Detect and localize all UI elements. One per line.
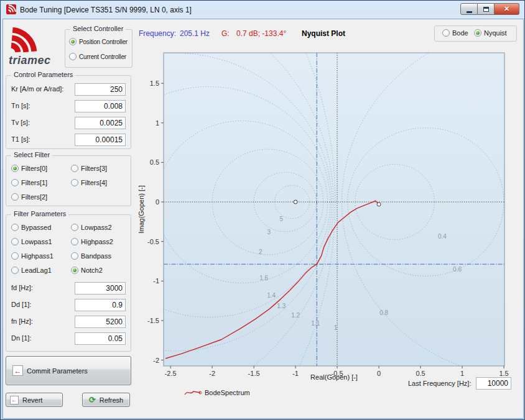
commit-button-label: Commit Parameters: [27, 367, 88, 375]
close-icon: ✕: [504, 5, 509, 13]
app-icon: [6, 4, 16, 14]
t1-input[interactable]: [75, 134, 126, 146]
radio-bypassed[interactable]: Bypassed: [11, 224, 51, 231]
radio-bandpass[interactable]: Bandpass: [71, 252, 111, 260]
fd-label: fd [Hz]:: [11, 284, 33, 291]
group-caption: Control Parameters: [11, 71, 75, 78]
refresh-button-label: Refresh: [100, 396, 124, 404]
radio-notch2[interactable]: Notch2: [71, 267, 103, 274]
radio-label: Bode: [452, 29, 468, 37]
revert-button[interactable]: ← Revert: [6, 393, 63, 407]
svg-text:-1.5: -1.5: [248, 370, 260, 377]
radio-label: Position Controller: [79, 39, 128, 45]
radio-current-controller[interactable]: Current Controller: [69, 53, 126, 60]
radio-label: Filters[2]: [21, 193, 47, 201]
kr-input[interactable]: [75, 83, 126, 96]
radio-icon: [11, 267, 19, 274]
minimize-button[interactable]: [460, 3, 478, 15]
view-select-group: Bode Nyquist: [434, 25, 517, 42]
radio-label: Bandpass: [81, 252, 111, 260]
svg-text:0.5: 0.5: [150, 158, 159, 166]
svg-text:0.8: 0.8: [379, 309, 388, 316]
radio-filters-1[interactable]: Filters[1]: [11, 179, 47, 186]
fd-input[interactable]: [75, 282, 126, 294]
radio-label: Current Controller: [79, 53, 126, 60]
dn-label: Dn [1]:: [11, 334, 31, 342]
radio-filters-3[interactable]: Filters[3]: [71, 165, 107, 172]
radio-label: Filters[0]: [21, 165, 47, 172]
radio-label: LeadLag1: [21, 267, 52, 274]
triamec-logo-icon: [7, 24, 63, 55]
t1-label: T1 [s]:: [11, 135, 30, 143]
radio-lowpass2[interactable]: Lowpass2: [71, 224, 112, 231]
last-frequency-input[interactable]: [476, 377, 511, 390]
bode-tuning-window: Bode Tuning [Device TS351 S/N 9999, LN 0…: [0, 0, 525, 420]
svg-text:1: 1: [156, 119, 159, 127]
radio-icon: [71, 224, 78, 231]
radio-position-controller[interactable]: Position Controller: [69, 38, 128, 45]
svg-text:5: 5: [280, 216, 284, 222]
bodespectrum-line-icon: [184, 389, 202, 396]
commit-parameters-button[interactable]: ← Commit Parameters: [6, 356, 131, 385]
radio-highpass2[interactable]: Highpass2: [71, 238, 113, 245]
svg-text:-2: -2: [153, 357, 159, 364]
radio-icon: [69, 53, 77, 60]
commit-arrow-icon: ←: [12, 365, 23, 376]
tv-input[interactable]: [75, 117, 126, 129]
radio-lowpass1[interactable]: Lowpass1: [11, 238, 52, 245]
svg-text:1.2: 1.2: [291, 312, 300, 319]
radio-filters-4[interactable]: Filters[4]: [71, 179, 107, 186]
gain-value: 0.7 dB; -133.4°: [236, 29, 286, 38]
maximize-button[interactable]: [478, 3, 495, 15]
radio-icon: [11, 224, 19, 231]
svg-text:Real(Gopen) [-]: Real(Gopen) [-]: [310, 373, 358, 381]
group-caption: Filter Parameters: [11, 210, 68, 217]
radio-icon: [71, 165, 78, 172]
svg-text:2: 2: [259, 249, 262, 255]
dd-input[interactable]: [75, 299, 126, 311]
radio-bode-view[interactable]: Bode: [442, 29, 468, 37]
svg-text:0.5: 0.5: [416, 370, 425, 377]
radio-label: Nyquist: [484, 29, 507, 37]
radio-label: Highpass2: [81, 238, 113, 245]
radio-icon: [11, 238, 19, 245]
radio-icon: [71, 267, 78, 274]
svg-text:0.6: 0.6: [453, 266, 462, 273]
control-parameters-group: Control Parameters Kr [A/m or A/rad]: Tn…: [6, 75, 131, 149]
close-button[interactable]: ✕: [495, 3, 519, 15]
svg-text:Imag(Gopen) [-]: Imag(Gopen) [-]: [137, 185, 145, 234]
nyquist-plot[interactable]: 5321.61.41.31.21.110.40.60.8-2.5-2-1.5-1…: [136, 44, 522, 383]
radio-icon: [11, 179, 19, 186]
refresh-icon: ⟳: [89, 395, 96, 404]
refresh-button[interactable]: ⟳ Refresh: [82, 393, 130, 407]
svg-text:-0.5: -0.5: [147, 238, 159, 245]
radio-nyquist-view[interactable]: Nyquist: [474, 29, 507, 37]
svg-text:-2.5: -2.5: [165, 370, 177, 377]
svg-text:0: 0: [156, 198, 159, 206]
radio-leadlag1[interactable]: LeadLag1: [11, 267, 52, 274]
plot-title: Nyquist Plot: [302, 29, 345, 38]
radio-label: Filters[1]: [21, 179, 47, 186]
fn-label: fn [Hz]:: [11, 317, 33, 325]
radio-filters-2[interactable]: Filters[2]: [11, 193, 47, 201]
radio-icon: [71, 252, 78, 260]
radio-label: Lowpass2: [81, 224, 112, 231]
svg-text:0.4: 0.4: [438, 233, 447, 240]
svg-text:-1: -1: [292, 370, 299, 377]
radio-label: Notch2: [81, 267, 103, 274]
radio-highpass1[interactable]: Highpass1: [11, 252, 53, 260]
svg-text:1.4: 1.4: [267, 292, 276, 299]
dn-input[interactable]: [75, 332, 126, 345]
group-caption: Select Filter: [11, 151, 52, 158]
radio-filters-0[interactable]: Filters[0]: [11, 165, 47, 172]
filter-parameters-group: Filter Parameters Bypassed Lowpass1 High…: [6, 214, 131, 352]
svg-text:1: 1: [460, 370, 464, 377]
last-frequency-label: Last Frequency [Hz]:: [408, 380, 472, 387]
minimize-icon: [467, 11, 472, 13]
legend-label: BodeSpectrum: [205, 389, 250, 396]
radio-icon: [71, 238, 78, 245]
tn-input[interactable]: [75, 100, 126, 112]
radio-icon: [474, 29, 481, 37]
fn-input[interactable]: [75, 316, 126, 328]
select-filter-group: Select Filter Filters[0] Filters[1] Filt…: [6, 155, 131, 206]
